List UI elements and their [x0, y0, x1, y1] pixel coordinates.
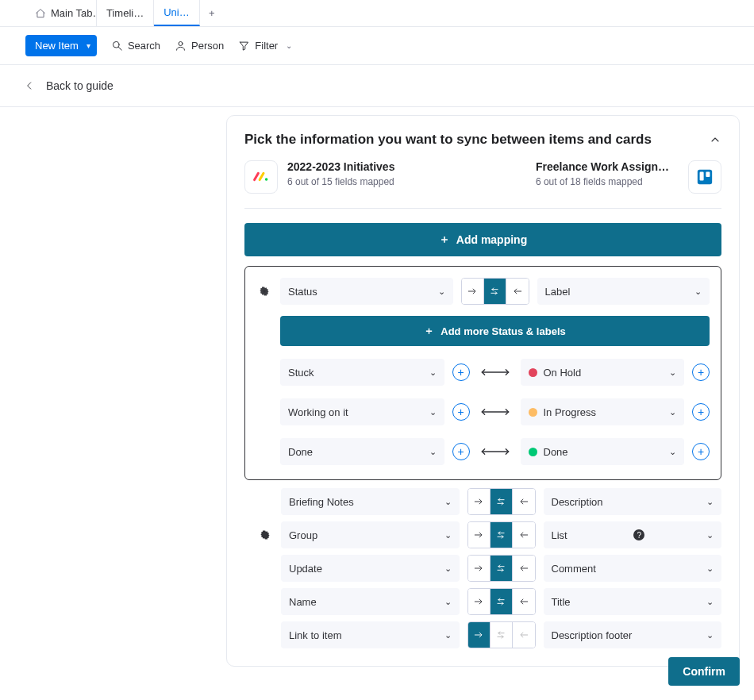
- dir-right-only[interactable]: [468, 556, 490, 581]
- mapping-left-select[interactable]: Briefing Notes ⌄: [281, 488, 460, 515]
- status-left-select[interactable]: Status ⌄: [280, 278, 453, 305]
- mapping-left-select[interactable]: Group ⌄: [281, 521, 460, 548]
- dir-left-only[interactable]: [513, 589, 535, 614]
- dir-left-only[interactable]: [513, 622, 535, 648]
- chevron-down-icon: ⌄: [706, 530, 714, 540]
- dir-both[interactable]: [490, 522, 513, 548]
- gear-icon[interactable]: [259, 286, 270, 297]
- dir-right-only[interactable]: [468, 489, 490, 514]
- trello-icon: [688, 160, 721, 194]
- add-right-value[interactable]: +: [692, 363, 710, 381]
- add-left-value[interactable]: +: [452, 443, 470, 460]
- field-label: Comment: [552, 563, 596, 575]
- chevron-down-icon: ⌄: [694, 287, 702, 297]
- collapse-icon[interactable]: [709, 133, 721, 146]
- dir-both[interactable]: [490, 556, 513, 581]
- panel-title: Pick the information you want to sync be…: [244, 132, 652, 148]
- field-label: List: [552, 529, 567, 541]
- tab-timeline[interactable]: Timeli…: [97, 0, 154, 26]
- field-label: Name: [289, 596, 317, 608]
- svg-line-1: [118, 47, 121, 50]
- status-pair-left-select[interactable]: Stuck ⌄: [280, 359, 444, 386]
- source-right-sub: 6 out of 18 fields mapped: [536, 176, 669, 187]
- direction-toggle[interactable]: [461, 278, 529, 305]
- field-label: Description footer: [552, 629, 633, 641]
- mapping-right-select[interactable]: Comment ⌄: [544, 555, 722, 582]
- svg-point-3: [265, 178, 268, 181]
- field-label: Group: [289, 529, 317, 541]
- mapping-row: Group ⌄ List? ⌄: [257, 521, 721, 548]
- sync-panel: Pick the information you want to sync be…: [226, 115, 740, 667]
- dir-both[interactable]: [490, 589, 513, 614]
- add-left-value[interactable]: +: [452, 363, 470, 381]
- confirm-label: Confirm: [683, 665, 725, 678]
- back-to-guide[interactable]: Back to guide: [0, 65, 754, 107]
- mapping-row: Name ⌄ Title ⌄: [257, 588, 721, 615]
- add-status-labels-button[interactable]: ＋ Add more Status & labels: [280, 316, 710, 346]
- field-label: Update: [289, 563, 322, 575]
- mapping-right-select[interactable]: Description footer ⌄: [544, 621, 722, 648]
- filter-button[interactable]: Filter ⌄: [238, 40, 292, 52]
- add-mapping-label: Add mapping: [456, 233, 527, 246]
- chevron-down-icon: ⌄: [444, 530, 452, 540]
- new-item-button[interactable]: New Item ▾: [25, 35, 97, 56]
- tab-label: Timeli…: [106, 7, 144, 19]
- dir-left-only[interactable]: [506, 279, 529, 304]
- add-right-value[interactable]: +: [692, 443, 710, 460]
- back-label: Back to guide: [46, 79, 113, 92]
- dir-right-only[interactable]: [468, 522, 490, 548]
- chevron-down-icon: ⌄: [438, 287, 445, 297]
- filter-label: Filter: [255, 40, 278, 52]
- svg-rect-5: [700, 172, 704, 181]
- dir-left-only[interactable]: [513, 522, 535, 548]
- mapping-right-select[interactable]: List? ⌄: [544, 521, 722, 548]
- chevron-down-icon: ⌄: [444, 497, 452, 507]
- dir-both[interactable]: [484, 279, 506, 304]
- search-button[interactable]: Search: [111, 40, 160, 52]
- svg-rect-4: [698, 170, 712, 184]
- confirm-button[interactable]: Confirm: [668, 657, 740, 686]
- bidirectional-arrow-icon: [478, 367, 513, 377]
- add-mapping-button[interactable]: ＋ Add mapping: [244, 223, 721, 256]
- status-pair-right-select[interactable]: Done ⌄: [521, 438, 685, 465]
- svg-point-0: [113, 42, 119, 48]
- dir-left-only[interactable]: [513, 556, 535, 581]
- mapping-left-select[interactable]: Name ⌄: [281, 588, 460, 615]
- dir-both[interactable]: [490, 489, 513, 514]
- mapping-left-select[interactable]: Link to item ⌄: [281, 621, 460, 648]
- field-label: Briefing Notes: [289, 496, 354, 508]
- status-pair-right-select[interactable]: On Hold ⌄: [521, 359, 685, 386]
- status-mapping-block: Status ⌄ Label ⌄ ＋ Add more Status & lab…: [244, 266, 721, 480]
- add-left-value[interactable]: +: [452, 403, 470, 421]
- status-pair-row: Working on it ⌄ + In Progress ⌄ +: [256, 398, 710, 425]
- chevron-left-icon: [24, 80, 35, 91]
- dir-both[interactable]: [490, 622, 513, 648]
- dir-right-only[interactable]: [468, 589, 490, 614]
- toolbar: New Item ▾ Search Person Filter ⌄: [0, 27, 754, 65]
- status-pair-left-select[interactable]: Done ⌄: [280, 438, 444, 465]
- add-right-value[interactable]: +: [692, 403, 710, 421]
- gear-icon[interactable]: [260, 529, 271, 540]
- dir-right-only[interactable]: [468, 622, 490, 648]
- mapping-right-select[interactable]: Description ⌄: [544, 488, 722, 515]
- tab-main[interactable]: Main Tab…: [25, 0, 97, 26]
- dir-right-only[interactable]: [462, 279, 484, 304]
- source-left: 2022-2023 Initiatives 6 out of 15 fields…: [244, 160, 478, 194]
- tab-unito[interactable]: Uni…: [154, 0, 200, 26]
- help-icon[interactable]: ?: [633, 529, 644, 540]
- person-button[interactable]: Person: [175, 40, 224, 52]
- chevron-down-icon: ⌄: [429, 407, 437, 417]
- status-pair-left-select[interactable]: Working on it ⌄: [280, 398, 444, 425]
- status-right-select[interactable]: Label ⌄: [537, 278, 710, 305]
- mapping-right-select[interactable]: Title ⌄: [544, 588, 722, 615]
- dir-left-only[interactable]: [513, 489, 535, 514]
- mapping-row: Briefing Notes ⌄ Description ⌄: [257, 488, 721, 515]
- mapping-left-select[interactable]: Update ⌄: [281, 555, 460, 582]
- svg-rect-6: [706, 172, 710, 177]
- add-status-labels-label: Add more Status & labels: [440, 325, 565, 337]
- add-tab-button[interactable]: +: [200, 7, 224, 19]
- sources-row: 2022-2023 Initiatives 6 out of 15 fields…: [244, 160, 721, 209]
- status-pair-right-select[interactable]: In Progress ⌄: [521, 398, 685, 425]
- field-label: Stuck: [288, 367, 314, 379]
- field-label: Done: [544, 446, 568, 458]
